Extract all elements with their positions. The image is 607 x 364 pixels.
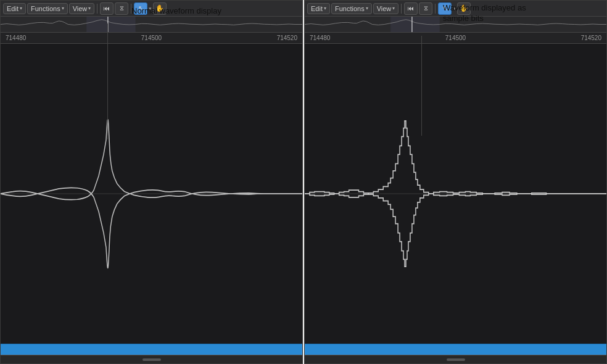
left-edit-label: Edit bbox=[7, 5, 19, 12]
left-bottom-bar bbox=[1, 344, 302, 355]
right-functions-arrow: ▾ bbox=[366, 6, 368, 11]
right-annotation-line bbox=[421, 36, 422, 136]
right-handle-pill bbox=[447, 358, 465, 361]
right-view-label: View bbox=[377, 5, 392, 12]
panels-container: Edit ▾ Functions ▾ View ▾ ⏮ ⧖ ↖ ▾ ✋ bbox=[0, 0, 607, 364]
svg-rect-1 bbox=[86, 17, 136, 32]
left-functions-button[interactable]: Functions ▾ bbox=[27, 3, 68, 14]
left-annotation-line bbox=[107, 23, 108, 139]
right-ruler-label-2: 714520 bbox=[581, 35, 601, 41]
left-edit-arrow: ▾ bbox=[20, 6, 22, 11]
right-toolbar-sep1 bbox=[401, 4, 402, 14]
right-functions-label: Functions bbox=[335, 5, 365, 12]
left-functions-label: Functions bbox=[31, 5, 60, 12]
left-panel: Edit ▾ Functions ▾ View ▾ ⏮ ⧖ ↖ ▾ ✋ bbox=[0, 0, 303, 364]
right-edit-label: Edit bbox=[311, 5, 323, 12]
left-waveform-area bbox=[1, 44, 302, 344]
right-functions-button[interactable]: Functions ▾ bbox=[331, 3, 372, 14]
right-playhead-button[interactable]: ⏮ bbox=[404, 2, 418, 15]
right-annotation-label-line1: Waveform displayed as bbox=[443, 3, 526, 12]
left-waveform-svg bbox=[1, 44, 302, 344]
right-waveform-svg bbox=[305, 44, 606, 344]
left-ruler-label-0: 714480 bbox=[6, 35, 26, 41]
left-view-button[interactable]: View ▾ bbox=[69, 3, 95, 14]
right-ruler: 714480 714500 714520 bbox=[305, 33, 606, 44]
left-bottom-handle bbox=[1, 355, 302, 363]
left-ruler-label-1: 714500 bbox=[141, 35, 162, 41]
right-waveform-area bbox=[305, 44, 606, 344]
right-view-button[interactable]: View ▾ bbox=[373, 3, 399, 14]
left-functions-arrow: ▾ bbox=[62, 6, 64, 11]
right-view-arrow: ▾ bbox=[392, 6, 395, 11]
right-ruler-label-0: 714480 bbox=[310, 35, 330, 41]
left-ruler-label-2: 714520 bbox=[277, 35, 297, 41]
right-annotation-text: Waveform displayed as sample bits bbox=[443, 3, 526, 24]
right-annotation-label-line2: sample bits bbox=[443, 14, 484, 23]
right-filter-button[interactable]: ⧖ bbox=[419, 2, 432, 15]
left-playhead-button[interactable]: ⏮ bbox=[100, 2, 114, 15]
left-view-label: View bbox=[73, 5, 88, 12]
left-ruler-labels: 714480 714500 714520 bbox=[6, 35, 297, 41]
right-edit-button[interactable]: Edit ▾ bbox=[307, 3, 330, 14]
right-bottom-bar bbox=[305, 344, 606, 355]
left-edit-button[interactable]: Edit ▾ bbox=[3, 3, 26, 14]
left-annotation-label: Normal waveform display bbox=[131, 6, 221, 15]
right-edit-arrow: ▾ bbox=[324, 6, 326, 11]
right-ruler-labels: 714480 714500 714520 bbox=[310, 35, 601, 41]
left-filter-button[interactable]: ⧖ bbox=[115, 2, 128, 15]
left-handle-pill bbox=[142, 358, 161, 361]
right-bottom-handle bbox=[305, 355, 606, 363]
svg-rect-6 bbox=[390, 17, 440, 32]
right-panel: Edit ▾ Functions ▾ View ▾ ⏮ ⧖ ↖ ▾ ✋ bbox=[304, 0, 607, 364]
left-ruler: 714480 714500 714520 bbox=[1, 33, 302, 44]
left-overview-strip bbox=[1, 17, 302, 33]
left-overview-svg bbox=[1, 17, 302, 32]
right-ruler-label-1: 714500 bbox=[445, 35, 466, 41]
right-toolbar-sep2 bbox=[435, 4, 436, 14]
left-annotation-text: Normal waveform display bbox=[131, 6, 221, 15]
left-view-arrow: ▾ bbox=[88, 6, 91, 11]
left-toolbar-sep1 bbox=[97, 4, 97, 14]
